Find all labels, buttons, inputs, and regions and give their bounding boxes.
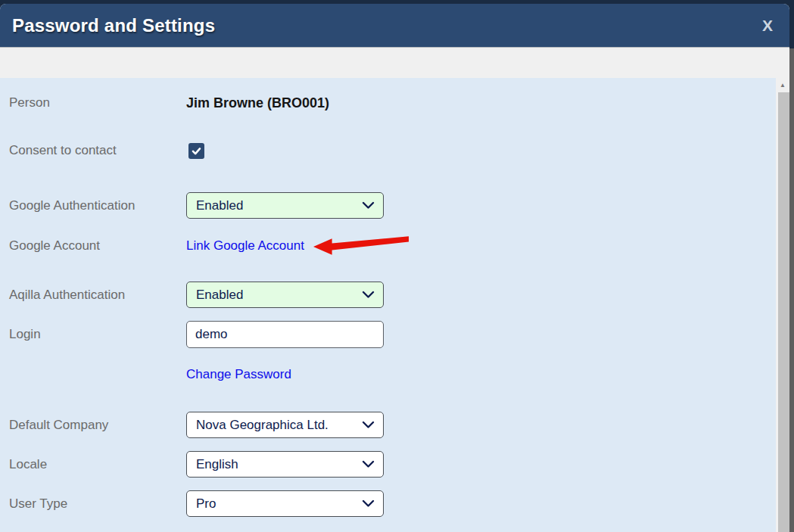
password-settings-dialog: Password and Settings X Person Jim Brown…	[0, 4, 789, 532]
settings-form: Person Jim Browne (BRO001) Consent to co…	[0, 78, 776, 532]
google-account-row: Google Account Link Google Account	[9, 238, 776, 254]
user-type-label: User Type	[9, 496, 186, 512]
default-company-row: Default Company Nova Geographica Ltd.	[9, 412, 776, 438]
vertical-scrollbar[interactable]: ▲	[776, 78, 789, 532]
user-type-selected-value: Pro	[196, 496, 359, 512]
chevron-down-icon	[362, 499, 375, 508]
locale-select[interactable]: English	[186, 451, 384, 478]
aqilla-auth-select[interactable]: Enabled	[186, 282, 384, 308]
google-auth-select[interactable]: Enabled	[186, 192, 384, 219]
scrollbar-up-arrow-icon[interactable]: ▲	[776, 78, 789, 92]
link-google-account-link[interactable]: Link Google Account	[186, 238, 304, 254]
dialog-title: Password and Settings	[12, 15, 215, 36]
login-label: Login	[9, 327, 186, 342]
red-arrow-annotation-icon	[313, 235, 410, 257]
google-account-label: Google Account	[9, 238, 186, 254]
default-company-select[interactable]: Nova Geographica Ltd.	[186, 412, 384, 438]
change-password-link[interactable]: Change Password	[186, 367, 291, 382]
default-company-label: Default Company	[9, 418, 186, 433]
user-type-row: User Type Pro	[9, 490, 776, 517]
consent-label: Consent to contact	[9, 143, 186, 158]
aqilla-auth-label: Aqilla Authentication	[9, 288, 186, 303]
close-icon[interactable]: X	[758, 16, 777, 35]
chevron-down-icon	[362, 291, 375, 299]
person-row: Person Jim Browne (BRO001)	[9, 94, 776, 112]
user-type-select[interactable]: Pro	[186, 490, 384, 517]
person-value: Jim Browne (BRO001)	[186, 95, 329, 111]
consent-row: Consent to contact	[9, 142, 776, 159]
google-auth-row: Google Authentication Enabled	[9, 192, 776, 219]
change-password-row: Change Password	[9, 366, 776, 383]
locale-label: Locale	[9, 457, 186, 472]
locale-row: Locale English	[9, 451, 776, 478]
login-row: Login	[9, 321, 776, 348]
google-auth-selected-value: Enabled	[196, 198, 359, 213]
aqilla-auth-row: Aqilla Authentication Enabled	[9, 282, 776, 308]
dialog-body: Person Jim Browne (BRO001) Consent to co…	[0, 78, 789, 532]
login-input[interactable]	[186, 321, 384, 348]
dialog-toolbar-strip	[0, 47, 789, 78]
default-company-selected-value: Nova Geographica Ltd.	[196, 418, 359, 433]
chevron-down-icon	[362, 201, 375, 210]
person-label: Person	[9, 95, 186, 110]
google-auth-label: Google Authentication	[9, 198, 186, 213]
aqilla-auth-selected-value: Enabled	[196, 288, 359, 303]
consent-checkbox[interactable]	[188, 143, 204, 159]
scrollbar-thumb[interactable]	[778, 92, 789, 532]
checkmark-icon	[191, 145, 202, 157]
locale-selected-value: English	[196, 457, 359, 472]
chevron-down-icon	[362, 421, 375, 429]
chevron-down-icon	[362, 460, 375, 468]
dialog-titlebar: Password and Settings X	[0, 4, 789, 47]
